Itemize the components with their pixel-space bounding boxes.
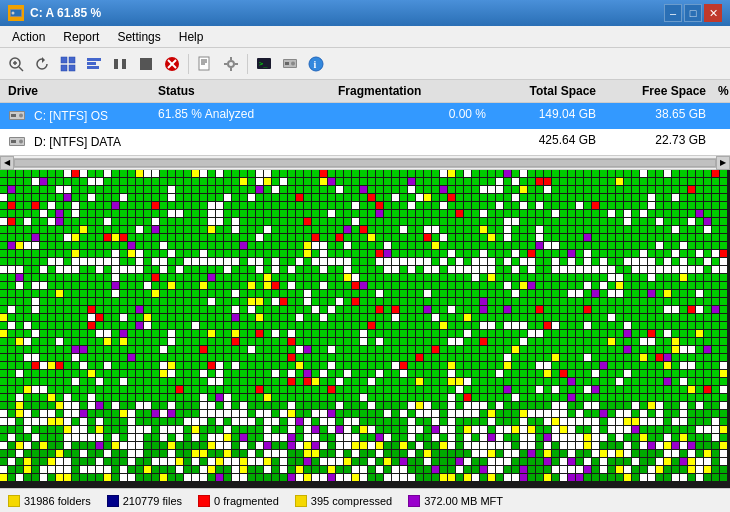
svg-rect-13 <box>87 62 96 65</box>
legend-label-fragmented: 0 fragmented <box>214 495 279 507</box>
cancel-button[interactable] <box>160 52 184 76</box>
legend-compressed: 395 compressed <box>295 495 392 507</box>
drive-c-free: 38.65 GB <box>604 105 714 127</box>
settings-button[interactable] <box>219 52 243 76</box>
help-button[interactable]: i <box>304 52 328 76</box>
svg-text:i: i <box>314 59 317 70</box>
svg-rect-15 <box>114 59 118 69</box>
legend-folders: 31986 folders <box>8 495 91 507</box>
legend-color-compressed <box>295 495 307 507</box>
defrag-visualization <box>0 170 730 488</box>
legend-color-fragmented <box>198 495 210 507</box>
drive-list: Drive Status Fragmentation Total Space F… <box>0 80 730 156</box>
drive-c-pct <box>714 105 730 127</box>
legend-label-folders: 31986 folders <box>24 495 91 507</box>
drive-c-label: C: [NTFS] OS <box>4 105 154 127</box>
col-drive: Drive <box>4 82 154 100</box>
svg-marker-7 <box>42 57 45 63</box>
svg-rect-10 <box>61 65 67 71</box>
drive-c-frag: 0.00 % <box>334 105 494 127</box>
svg-point-34 <box>291 61 295 65</box>
drive-d-status <box>154 131 334 153</box>
close-button[interactable]: ✕ <box>704 4 722 22</box>
drive-c-total: 149.04 GB <box>494 105 604 127</box>
legend-label-compressed: 395 compressed <box>311 495 392 507</box>
svg-rect-45 <box>11 140 16 143</box>
scroll-right-btn[interactable]: ▶ <box>716 156 730 170</box>
legend-label-mft: 372.00 MB MFT <box>424 495 503 507</box>
drive-c-icon <box>8 109 26 123</box>
menu-action[interactable]: Action <box>4 28 53 46</box>
app-icon <box>8 5 24 21</box>
svg-point-40 <box>19 114 23 118</box>
svg-point-25 <box>228 61 234 67</box>
legend-mft: 372.00 MB MFT <box>408 495 503 507</box>
cmd-button[interactable]: >_ <box>252 52 276 76</box>
analyze-button[interactable] <box>56 52 80 76</box>
col-total-space: Total Space <box>494 82 604 100</box>
svg-text:>_: >_ <box>259 60 268 68</box>
menu-bar: Action Report Settings Help <box>0 26 730 48</box>
menu-report[interactable]: Report <box>55 28 107 46</box>
drive-d-icon <box>8 135 26 149</box>
properties-button[interactable] <box>193 52 217 76</box>
toolbar-separator-1 <box>188 54 189 74</box>
window-controls: – □ ✕ <box>664 4 722 22</box>
svg-rect-16 <box>122 59 126 69</box>
svg-rect-9 <box>69 57 75 63</box>
svg-rect-12 <box>87 58 101 61</box>
svg-point-2 <box>12 12 15 15</box>
svg-rect-35 <box>285 62 289 65</box>
drive-d-frag <box>334 131 494 153</box>
svg-rect-17 <box>140 58 152 70</box>
legend-color-mft <box>408 495 420 507</box>
drive-d-label: D: [NTFS] DATA <box>4 131 154 153</box>
drive-row-c[interactable]: C: [NTFS] OS 61.85 % Analyzed 0.00 % 149… <box>0 103 730 129</box>
window-title: C: A 61.85 % <box>30 6 101 20</box>
toolbar-separator-2 <box>247 54 248 74</box>
zoom-in-button[interactable] <box>4 52 28 76</box>
legend-fragmented: 0 fragmented <box>198 495 279 507</box>
refresh-button[interactable] <box>30 52 54 76</box>
legend-label-files: 210779 files <box>123 495 182 507</box>
drive-list-header: Drive Status Fragmentation Total Space F… <box>0 80 730 103</box>
stop-button[interactable] <box>134 52 158 76</box>
drive-button[interactable] <box>278 52 302 76</box>
svg-rect-14 <box>87 66 99 69</box>
svg-rect-11 <box>69 65 75 71</box>
svg-rect-41 <box>11 114 16 117</box>
drive-d-pct <box>714 131 730 153</box>
col-free-space: Free Space <box>604 82 714 100</box>
defrag-button[interactable] <box>82 52 106 76</box>
drive-row-d[interactable]: D: [NTFS] DATA 425.64 GB 22.73 GB <box>0 129 730 155</box>
main-content: Drive Status Fragmentation Total Space F… <box>0 80 730 512</box>
legend-color-files <box>107 495 119 507</box>
legend-color-folders <box>8 495 20 507</box>
col-fragmentation: Fragmentation <box>334 82 494 100</box>
scroll-track[interactable] <box>14 158 716 168</box>
defrag-canvas <box>0 170 730 488</box>
svg-rect-8 <box>61 57 67 63</box>
legend-files: 210779 files <box>107 495 182 507</box>
menu-settings[interactable]: Settings <box>109 28 168 46</box>
toolbar: >_ i <box>0 48 730 80</box>
col-status: Status <box>154 82 334 100</box>
title-bar: C: A 61.85 % – □ ✕ <box>0 0 730 26</box>
horizontal-scrollbar[interactable]: ◀ ▶ <box>0 156 730 170</box>
maximize-button[interactable]: □ <box>684 4 702 22</box>
col-percent: % <box>714 82 730 100</box>
menu-help[interactable]: Help <box>171 28 212 46</box>
scroll-thumb[interactable] <box>14 159 716 167</box>
svg-point-44 <box>19 140 23 144</box>
drive-d-total: 425.64 GB <box>494 131 604 153</box>
minimize-button[interactable]: – <box>664 4 682 22</box>
drive-c-status: 61.85 % Analyzed <box>154 105 334 127</box>
drive-d-free: 22.73 GB <box>604 131 714 153</box>
svg-line-4 <box>19 67 23 71</box>
pause-button[interactable] <box>108 52 132 76</box>
legend: 31986 folders 210779 files 0 fragmented … <box>0 488 730 512</box>
scroll-left-btn[interactable]: ◀ <box>0 156 14 170</box>
